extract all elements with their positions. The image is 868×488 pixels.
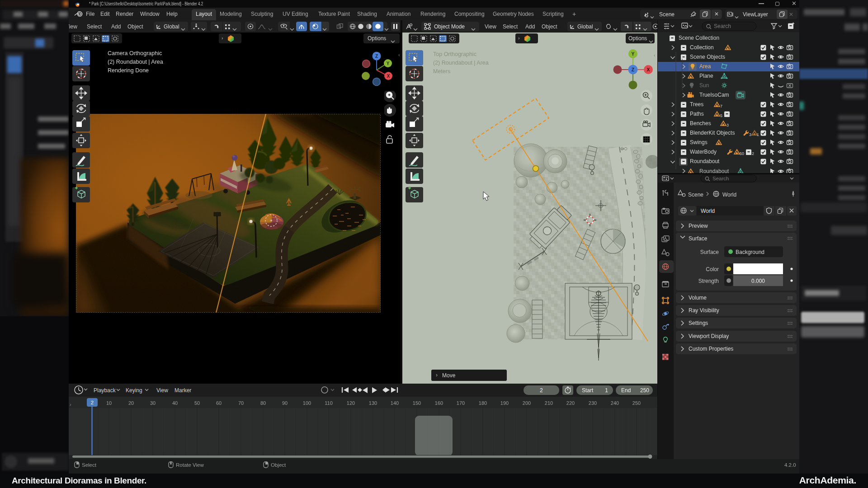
svg-text:100: 100	[303, 400, 311, 406]
svg-text:Roundabout: Roundabout	[699, 168, 729, 173]
svg-text:70: 70	[238, 400, 244, 406]
svg-text:0.000: 0.000	[751, 278, 765, 284]
svg-text:2: 2	[752, 151, 754, 156]
svg-text:TrueIsoCam: TrueIsoCam	[699, 92, 729, 98]
svg-text:60: 60	[216, 400, 222, 406]
svg-text:140: 140	[391, 400, 399, 406]
svg-text:Color: Color	[706, 266, 719, 272]
svg-text:Preview: Preview	[689, 223, 708, 229]
svg-text:10: 10	[106, 400, 112, 406]
svg-text:210: 210	[545, 400, 553, 406]
svg-text:220: 220	[566, 400, 575, 406]
svg-text:Custom Properties: Custom Properties	[689, 346, 733, 352]
svg-text:WaterBody: WaterBody	[690, 149, 717, 155]
svg-text:40: 40	[172, 400, 178, 406]
svg-text:BlenderKit Objects: BlenderKit Objects	[690, 130, 735, 136]
svg-text:Surface: Surface	[700, 249, 719, 255]
svg-text:Y: Y	[631, 51, 634, 56]
svg-text:230: 230	[589, 400, 597, 406]
svg-text:250: 250	[632, 400, 641, 406]
svg-text:Swings: Swings	[690, 139, 708, 145]
svg-text:›: ›	[70, 402, 71, 407]
svg-text:110: 110	[325, 400, 333, 406]
svg-text:Plane: Plane	[699, 73, 713, 79]
svg-text:Strength: Strength	[698, 278, 719, 284]
svg-text:190: 190	[500, 400, 509, 406]
svg-text:150: 150	[413, 400, 421, 406]
svg-text:5: 5	[720, 113, 722, 118]
svg-text:Start: Start	[582, 387, 594, 394]
svg-text:3: 3	[749, 132, 751, 137]
svg-text:3: 3	[726, 123, 729, 127]
svg-text:240: 240	[611, 400, 619, 406]
svg-text:Z: Z	[632, 67, 635, 72]
svg-text:Paths: Paths	[690, 111, 704, 117]
svg-text:130: 130	[369, 400, 377, 406]
svg-text:Scene Collection: Scene Collection	[679, 35, 719, 41]
svg-text:Scene: Scene	[688, 192, 703, 198]
svg-text:World: World	[722, 192, 736, 198]
svg-text:180: 180	[479, 400, 487, 406]
svg-text:Settings: Settings	[689, 320, 708, 326]
svg-text:1: 1	[757, 132, 759, 137]
svg-text:Background: Background	[736, 249, 764, 255]
svg-text:‹: ‹	[654, 52, 656, 58]
svg-text:Search: Search	[714, 23, 731, 29]
svg-text:50: 50	[740, 151, 744, 156]
svg-text:2: 2	[540, 387, 543, 394]
svg-text:30: 30	[150, 400, 156, 406]
svg-text:X: X	[387, 74, 390, 79]
svg-text:90: 90	[282, 400, 288, 406]
svg-text:Viewport Display: Viewport Display	[689, 333, 729, 339]
svg-text:Sun: Sun	[699, 82, 709, 89]
svg-text:160: 160	[435, 400, 443, 406]
svg-text:250: 250	[640, 387, 649, 394]
svg-text:Playback: Playback	[94, 387, 116, 394]
svg-text:7: 7	[720, 104, 722, 108]
svg-text:Benches: Benches	[690, 120, 711, 127]
svg-text:50: 50	[194, 400, 200, 406]
svg-text:Volume: Volume	[689, 295, 707, 301]
svg-text:120: 120	[347, 400, 355, 406]
svg-text:Trees: Trees	[690, 101, 703, 108]
svg-text:Search: Search	[712, 176, 729, 181]
svg-text:View: View	[156, 387, 168, 394]
svg-text:1: 1	[605, 387, 608, 394]
svg-text:170: 170	[457, 400, 465, 406]
svg-text:End: End	[621, 387, 631, 394]
svg-text:Surface: Surface	[689, 235, 708, 242]
svg-text:Area: Area	[699, 63, 711, 70]
svg-text:2: 2	[91, 400, 94, 405]
svg-text:Y: Y	[387, 61, 390, 66]
svg-text:X: X	[646, 67, 650, 72]
svg-text:World: World	[701, 208, 715, 214]
svg-text:Keying: Keying	[126, 387, 142, 394]
svg-text:80: 80	[260, 400, 266, 406]
svg-text:Marker: Marker	[175, 387, 191, 394]
svg-text:Scene Objects: Scene Objects	[690, 54, 725, 60]
svg-text:20: 20	[128, 400, 134, 406]
svg-text:Ray Visibility: Ray Visibility	[689, 307, 719, 314]
svg-text:Roundabout: Roundabout	[690, 158, 720, 164]
svg-text:200: 200	[523, 400, 531, 406]
svg-text:Collection: Collection	[690, 44, 714, 51]
svg-text:Z: Z	[375, 54, 378, 59]
